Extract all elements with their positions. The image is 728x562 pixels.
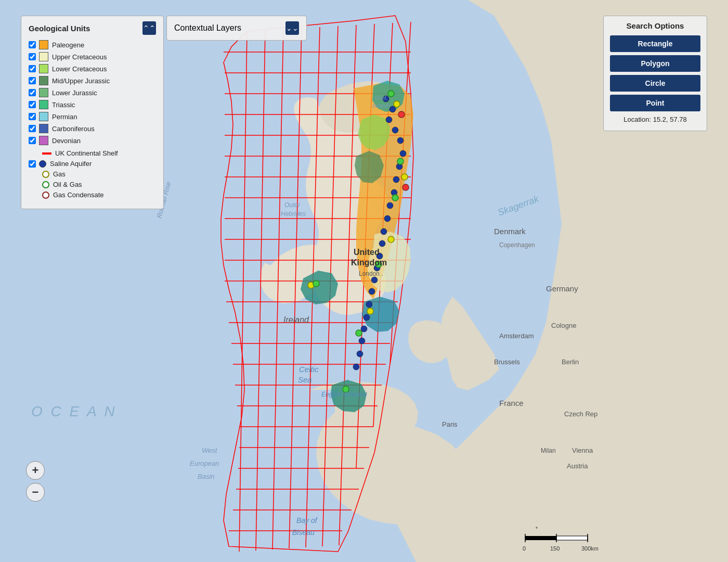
svg-text:Copenhagen: Copenhagen <box>499 241 535 249</box>
legend-checkbox[interactable] <box>29 113 36 120</box>
svg-point-58 <box>357 351 363 357</box>
legend-item: Devonian <box>29 136 156 145</box>
svg-point-48 <box>381 228 387 235</box>
svg-text:Denmark: Denmark <box>494 227 526 236</box>
svg-point-57 <box>359 338 365 344</box>
legend-dot-outline <box>42 171 49 178</box>
svg-point-52 <box>371 277 378 283</box>
legend-label: Devonian <box>52 137 81 145</box>
ctx-panel-title: Contextual Layers <box>174 23 241 33</box>
svg-text:Outer: Outer <box>284 201 301 209</box>
svg-text:Cologne: Cologne <box>551 322 576 329</box>
legend-label: Paleogene <box>52 41 84 49</box>
legend-checkbox[interactable] <box>29 41 36 48</box>
map-container[interactable]: Skagerrak O C E A N <box>0 0 728 562</box>
svg-point-39 <box>386 117 392 123</box>
svg-point-46 <box>387 202 393 209</box>
svg-point-60 <box>394 101 400 107</box>
svg-point-56 <box>361 326 367 332</box>
svg-text:300km: 300km <box>581 545 599 552</box>
point-button[interactable]: Point <box>610 95 700 111</box>
svg-point-40 <box>392 127 398 133</box>
svg-point-49 <box>379 240 385 247</box>
legend-checkbox[interactable] <box>29 77 36 84</box>
legend-label: Carboniferous <box>52 125 95 133</box>
legend-checkbox[interactable] <box>29 137 36 144</box>
legend-checkbox[interactable] <box>29 65 36 72</box>
svg-text:West: West <box>202 446 218 454</box>
svg-point-73 <box>402 184 409 190</box>
legend-item: Lower Jurassic <box>29 88 156 97</box>
svg-text:Berlin: Berlin <box>562 358 579 366</box>
geo-panel-collapse-button[interactable]: ⌃⌃ <box>142 21 156 35</box>
legend-item: Gas Condensate <box>29 191 156 199</box>
svg-text:150: 150 <box>550 545 560 552</box>
polygon-button[interactable]: Polygon <box>610 55 700 72</box>
svg-point-69 <box>313 280 319 287</box>
legend-item: Lower Cretaceous <box>29 64 156 73</box>
svg-text:Islands: Islands <box>372 103 391 109</box>
legend-shelf-line <box>42 152 51 155</box>
legend-checkbox[interactable] <box>29 160 36 168</box>
svg-text:English Channel: English Channel <box>321 391 367 398</box>
legend-checkbox[interactable] <box>29 53 36 60</box>
svg-point-44 <box>393 176 399 183</box>
svg-text:0: 0 <box>523 545 526 552</box>
svg-point-41 <box>397 137 404 144</box>
circle-button[interactable]: Circle <box>610 75 700 92</box>
legend-label: Gas Condensate <box>53 191 104 199</box>
legend-label: Oil & Gas <box>53 181 82 188</box>
svg-point-72 <box>398 111 405 118</box>
geo-panel-title: Geological Units <box>29 24 90 33</box>
svg-point-59 <box>353 364 359 370</box>
svg-text:France: France <box>499 399 524 407</box>
svg-text:Bay of: Bay of <box>296 516 318 525</box>
svg-text:Paris: Paris <box>442 420 458 428</box>
legend-dot <box>39 160 46 168</box>
zoom-controls: + − <box>26 461 45 505</box>
legend-label: UK Continental Shelf <box>55 149 118 157</box>
svg-text:Shet.: Shet. <box>374 95 388 101</box>
svg-text:Brussels: Brussels <box>494 358 520 366</box>
legend-swatch <box>39 52 48 61</box>
zoom-in-button[interactable]: + <box>26 461 45 480</box>
svg-point-70 <box>356 330 362 336</box>
search-options-panel: Search Options RectanglePolygonCirclePoi… <box>603 16 707 131</box>
svg-rect-105 <box>556 536 588 540</box>
svg-point-66 <box>397 158 404 164</box>
contextual-layers-panel: Contextual Layers ⌄⌄ <box>166 16 307 41</box>
location-display: Location: 15.2, 57.78 <box>610 116 700 123</box>
legend-item: Triassic <box>29 100 156 109</box>
svg-point-62 <box>388 236 394 242</box>
legend-checkbox[interactable] <box>29 101 36 108</box>
legend-checkbox[interactable] <box>29 125 36 132</box>
legend-label: Permian <box>52 113 77 121</box>
geo-panel-header: Geological Units ⌃⌃ <box>29 21 156 35</box>
legend-dot-outline <box>42 191 49 199</box>
ctx-panel-collapse-button[interactable]: ⌄⌄ <box>285 21 299 35</box>
legend-swatch <box>39 136 48 145</box>
zoom-out-button[interactable]: − <box>26 483 45 502</box>
svg-text:Vienna: Vienna <box>572 446 593 454</box>
legend-item: Permian <box>29 112 156 121</box>
svg-point-65 <box>388 91 394 97</box>
rectangle-button[interactable]: Rectangle <box>610 35 700 52</box>
svg-text:Hebrides: Hebrides <box>281 210 306 218</box>
legend-label: Lower Cretaceous <box>52 65 107 73</box>
svg-point-67 <box>392 195 398 201</box>
legend-label: Upper Cretaceous <box>52 53 107 61</box>
legend-swatch <box>39 64 48 73</box>
geological-units-panel: Geological Units ⌃⌃ PaleogeneUpper Creta… <box>21 16 164 209</box>
legend-item: UK Continental Shelf <box>29 149 156 157</box>
geo-legend: PaleogeneUpper CretaceousLower Cretaceou… <box>29 40 156 199</box>
svg-text:Basin: Basin <box>198 472 215 480</box>
svg-text:Celtic: Celtic <box>299 365 319 374</box>
svg-point-53 <box>369 288 375 295</box>
svg-text:Ireland: Ireland <box>283 315 309 324</box>
svg-text:Milan: Milan <box>541 447 556 454</box>
legend-checkbox[interactable] <box>29 89 36 96</box>
svg-text:Amsterdam: Amsterdam <box>499 332 534 340</box>
legend-item: Oil & Gas <box>29 181 156 188</box>
svg-point-63 <box>367 308 373 314</box>
legend-swatch <box>39 76 48 85</box>
